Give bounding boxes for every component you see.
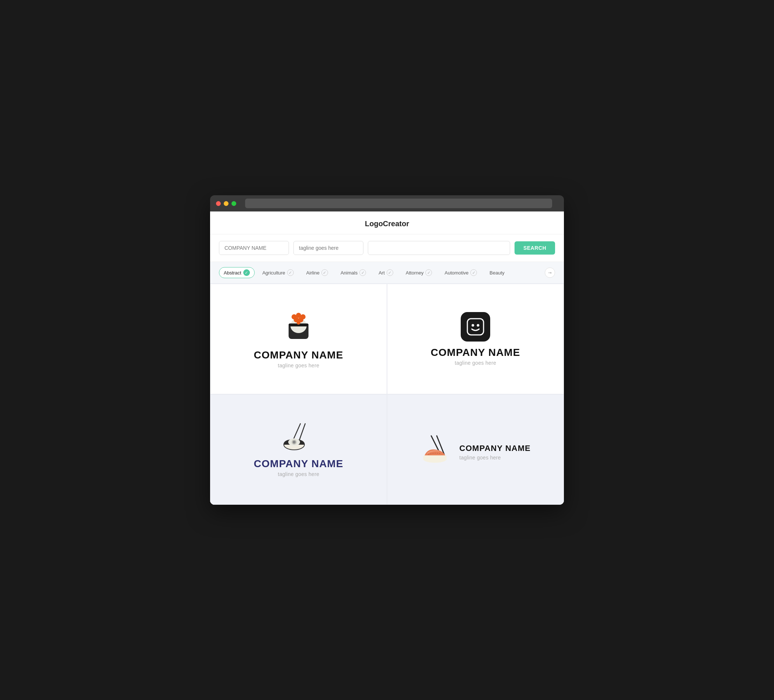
logo-cell-1[interactable]: COMPANY NAME tagline goes here: [210, 284, 387, 394]
minimize-button[interactable]: [224, 201, 228, 206]
filter-airline-check: ✓: [321, 269, 328, 276]
svg-rect-9: [467, 319, 484, 335]
extra-input[interactable]: [368, 241, 510, 255]
logo-2-company-name: COMPANY NAME: [431, 347, 521, 358]
filter-next-arrow[interactable]: →: [545, 267, 555, 278]
filter-abstract-label: Abstract: [224, 270, 241, 276]
app-header: LogoCreator: [210, 211, 564, 234]
svg-rect-22: [423, 456, 447, 459]
logo-4-content: COMPANY NAME tagline goes here: [420, 434, 530, 465]
logo-icon-3: [280, 422, 317, 453]
logo-2-tagline: tagline goes here: [455, 360, 496, 366]
filter-animals-label: Animals: [341, 270, 357, 276]
logo-icon-2: [461, 312, 490, 342]
maximize-button[interactable]: [232, 201, 236, 206]
logo-3-company-name: COMPANY NAME: [254, 458, 344, 470]
filter-automotive-label: Automotive: [445, 270, 468, 276]
tagline-input[interactable]: [293, 241, 364, 255]
svg-point-11: [477, 324, 480, 327]
filter-agriculture[interactable]: Agriculture ✓: [258, 267, 299, 278]
filter-automotive-check: ✓: [470, 269, 477, 276]
filter-bar: Abstract ✓ Agriculture ✓ Airline ✓ Anima…: [210, 262, 564, 284]
filter-agriculture-label: Agriculture: [263, 270, 285, 276]
logo-4-company-name: COMPANY NAME: [459, 444, 530, 453]
filter-attorney[interactable]: Attorney ✓: [401, 267, 437, 278]
logo-icon-1: [282, 309, 315, 344]
app-content: LogoCreator SEARCH Abstract ✓ Agricultur…: [210, 211, 564, 505]
logo-3-tagline: tagline goes here: [278, 471, 319, 477]
filter-animals[interactable]: Animals ✓: [336, 267, 371, 278]
filter-beauty-label: Beauty: [490, 270, 504, 276]
filter-beauty[interactable]: Beauty: [485, 268, 509, 278]
search-button[interactable]: SEARCH: [514, 241, 555, 254]
logo-4-text: COMPANY NAME tagline goes here: [459, 438, 530, 461]
logo-cell-4[interactable]: COMPANY NAME tagline goes here: [387, 394, 564, 505]
svg-line-13: [299, 424, 305, 440]
filter-automotive[interactable]: Automotive ✓: [440, 267, 482, 278]
filter-abstract[interactable]: Abstract ✓: [219, 267, 255, 278]
filter-art[interactable]: Art ✓: [374, 267, 398, 278]
filter-abstract-check: ✓: [243, 269, 250, 276]
filter-agriculture-check: ✓: [287, 269, 294, 276]
logo-icon-4: [420, 434, 453, 465]
svg-point-8: [297, 321, 300, 325]
logo-4-tagline: tagline goes here: [459, 455, 530, 461]
logo-cell-2[interactable]: COMPANY NAME tagline goes here: [387, 284, 564, 394]
logo-1-tagline: tagline goes here: [278, 363, 319, 368]
filter-airline-label: Airline: [306, 270, 319, 276]
filter-art-label: Art: [379, 270, 385, 276]
company-name-input[interactable]: [219, 241, 289, 255]
filter-attorney-check: ✓: [425, 269, 432, 276]
svg-point-18: [293, 441, 296, 444]
logo-1-company-name: COMPANY NAME: [254, 349, 344, 361]
url-bar[interactable]: [245, 198, 552, 208]
svg-line-12: [293, 424, 300, 440]
filter-airline[interactable]: Airline ✓: [301, 267, 333, 278]
svg-point-4: [296, 313, 301, 318]
logo-cell-3[interactable]: COMPANY NAME tagline goes here: [210, 394, 387, 505]
filter-animals-check: ✓: [359, 269, 366, 276]
svg-point-10: [472, 324, 475, 327]
logo-grid: COMPANY NAME tagline goes here: [210, 284, 564, 505]
close-button[interactable]: [216, 201, 221, 206]
filter-art-check: ✓: [387, 269, 393, 276]
search-bar: SEARCH: [210, 234, 564, 262]
browser-titlebar: [210, 195, 564, 211]
app-title: LogoCreator: [365, 220, 409, 228]
browser-window: LogoCreator SEARCH Abstract ✓ Agricultur…: [210, 195, 564, 505]
filter-attorney-label: Attorney: [406, 270, 423, 276]
